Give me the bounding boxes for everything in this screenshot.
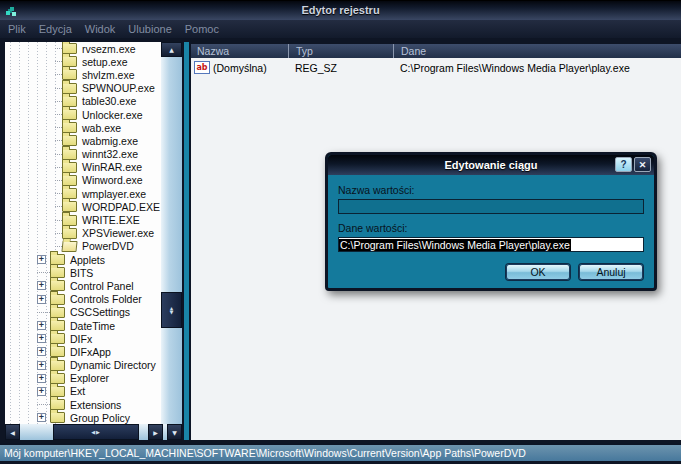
menu-item[interactable]: Pomoc (185, 23, 219, 35)
tree-item-label: setup.exe (81, 56, 128, 68)
tree-item[interactable]: +DIFxApp (5, 345, 161, 358)
tree-item[interactable]: +Ext (5, 385, 161, 398)
value-name-label: Nazwa wartości: (338, 184, 644, 196)
tree-vertical-scrollbar[interactable]: ▲ ▲ ▼ (161, 42, 182, 424)
tree-horizontal-scrollbar[interactable]: ◀ ◀▶ ▶ ▼ (5, 424, 182, 440)
menu-item[interactable]: Ulubione (128, 23, 171, 35)
tree-item[interactable]: +Group Policy (5, 411, 161, 424)
folder-icon (62, 215, 77, 226)
tree-connector-line (55, 101, 62, 102)
string-value-icon: ab (194, 61, 210, 74)
tree-item-label: shvlzm.exe (81, 69, 135, 81)
tree-item[interactable]: wabmig.exe (5, 134, 161, 147)
down-arrow-icon: ▼ (172, 429, 177, 436)
tree-item-label: rvsezm.exe (81, 43, 136, 55)
tree-item-label: WinRAR.exe (81, 161, 142, 173)
scroll-up-button[interactable]: ▲ (161, 42, 182, 57)
value-data-input[interactable]: C:\Program Files\Windows Media Player\pl… (338, 237, 644, 252)
folder-icon (62, 149, 77, 160)
registry-value-row[interactable]: ab (Domyślna) REG_SZ C:\Program Files\Wi… (191, 60, 681, 75)
cancel-button[interactable]: Anuluj (579, 264, 643, 280)
tree-item-label: Winword.exe (81, 174, 143, 186)
horizontal-scrollbar-thumb[interactable]: ◀▶ (53, 424, 139, 440)
dialog-help-button[interactable]: ? (615, 157, 632, 172)
tree-item[interactable]: +DateTime (5, 319, 161, 332)
expand-toggle-icon[interactable]: + (37, 255, 46, 264)
dialog-titlebar[interactable]: Edytowanie ciągu ? ✕ (328, 155, 654, 175)
scroll-left-button[interactable]: ◀ (5, 424, 20, 440)
expand-toggle-icon[interactable]: + (37, 347, 46, 356)
tree-item[interactable]: +DIFx (5, 332, 161, 345)
folder-icon (50, 360, 65, 371)
expand-toggle-icon[interactable]: + (37, 281, 46, 290)
tree-item[interactable]: rvsezm.exe (5, 42, 161, 55)
column-header-typ[interactable]: Typ (288, 44, 393, 58)
tree-item[interactable]: Unlocker.exe (5, 108, 161, 121)
tree-item-label: DateTime (69, 320, 115, 332)
window-titlebar[interactable]: Edytor rejestru (0, 0, 681, 20)
folder-icon (50, 280, 65, 291)
tree-item[interactable]: winnt32.exe (5, 148, 161, 161)
tree-item[interactable]: Winword.exe (5, 174, 161, 187)
tree-item-label: PowerDVD (81, 240, 134, 252)
tree-item[interactable]: SPWNOUP.exe (5, 82, 161, 95)
tree-item[interactable]: +Applets (5, 253, 161, 266)
tree-connector-line (55, 114, 62, 115)
tree-item[interactable]: shvlzm.exe (5, 68, 161, 81)
tree-item[interactable]: +Control Panel (5, 279, 161, 292)
value-type: REG_SZ (288, 62, 393, 74)
tree-connector-line (55, 48, 62, 49)
dialog-close-button[interactable]: ✕ (634, 157, 651, 172)
tree-item[interactable]: XPSViewer.exe (5, 227, 161, 240)
tree-item[interactable]: wab.exe (5, 121, 161, 134)
tree-item[interactable]: table30.exe (5, 95, 161, 108)
status-bar: Mój komputer\HKEY_LOCAL_MACHINE\SOFTWARE… (0, 443, 681, 461)
tree-item[interactable]: wmplayer.exe (5, 187, 161, 200)
ok-button[interactable]: OK (506, 264, 570, 280)
folder-open-icon (61, 241, 77, 252)
tree-item-label: WRITE.EXE (81, 214, 140, 226)
menu-item[interactable]: Edycja (39, 23, 72, 35)
vertical-scrollbar-thumb[interactable]: ▲ ▼ (161, 292, 182, 328)
tree-item[interactable]: WORDPAD.EXE (5, 200, 161, 213)
expand-toggle-icon[interactable]: + (37, 413, 46, 422)
tree-item[interactable]: +Explorer (5, 372, 161, 385)
column-header-nazwa[interactable]: Nazwa (191, 44, 288, 58)
tree-connector-line (55, 154, 62, 155)
tree-item[interactable]: CSCSettings (5, 306, 161, 319)
expand-toggle-icon[interactable]: + (37, 334, 46, 343)
tree-connector-line (55, 61, 62, 62)
tree-item[interactable]: WRITE.EXE (5, 213, 161, 226)
panel-splitter[interactable] (182, 42, 191, 440)
tree-item[interactable]: BITS (5, 266, 161, 279)
question-mark-icon: ? (620, 159, 626, 170)
tree-item[interactable]: PowerDVD (5, 240, 161, 253)
values-header-row: Nazwa Typ Dane (191, 44, 681, 58)
expand-toggle-icon[interactable]: + (37, 361, 46, 370)
tree-item[interactable]: setup.exe (5, 55, 161, 68)
tree-item[interactable]: WinRAR.exe (5, 161, 161, 174)
menu-bar: PlikEdycjaWidokUlubionePomoc (0, 20, 681, 38)
expand-toggle-icon[interactable]: + (37, 374, 46, 383)
expand-toggle-icon[interactable]: + (37, 387, 46, 396)
tree-item[interactable]: Extensions (5, 398, 161, 411)
scroll-down-button[interactable]: ▼ (167, 424, 182, 440)
up-arrow-icon: ▲ (169, 46, 174, 53)
horizontal-scrollbar-track[interactable]: ◀▶ (20, 424, 148, 440)
menu-item[interactable]: Widok (85, 23, 116, 35)
tree-connector-line (37, 272, 50, 273)
tree-item[interactable]: +Dynamic Directory (5, 359, 161, 372)
registry-tree[interactable]: rvsezm.exesetup.exeshvlzm.exeSPWNOUP.exe… (5, 42, 161, 424)
scroll-right-button[interactable]: ▶ (148, 424, 163, 440)
tree-item-label: Control Panel (69, 280, 134, 292)
folder-icon (50, 412, 65, 423)
tree-item-label: Group Policy (69, 412, 130, 424)
expand-toggle-icon[interactable]: + (37, 321, 46, 330)
expand-toggle-icon[interactable]: + (37, 295, 46, 304)
value-name-input[interactable] (338, 199, 644, 214)
tree-item-label: Ext (69, 385, 85, 397)
menu-item[interactable]: Plik (8, 23, 26, 35)
column-header-dane[interactable]: Dane (393, 44, 681, 58)
tree-connector-line (37, 404, 50, 405)
tree-item[interactable]: +Controls Folder (5, 293, 161, 306)
